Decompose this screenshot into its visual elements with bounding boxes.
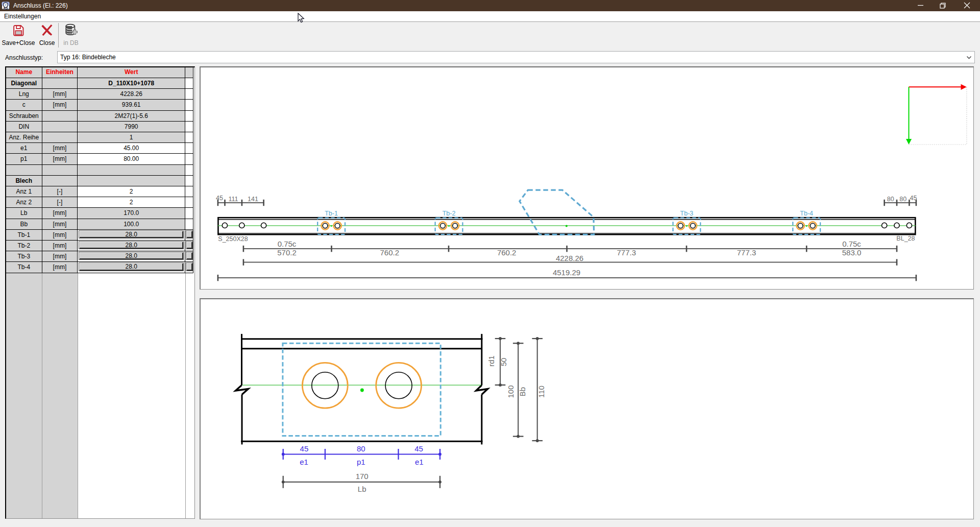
svg-text:e1: e1 <box>300 458 308 466</box>
svg-text:583.0: 583.0 <box>842 248 862 257</box>
svg-text:45: 45 <box>300 444 309 453</box>
svg-text:p1: p1 <box>357 458 365 466</box>
svg-text:4228.26: 4228.26 <box>556 254 583 262</box>
svg-text:rd1: rd1 <box>487 355 496 367</box>
svg-text:100: 100 <box>506 385 515 398</box>
svg-text:0.75c: 0.75c <box>842 239 861 248</box>
svg-text:760.2: 760.2 <box>380 248 400 257</box>
svg-text:BL_28: BL_28 <box>896 235 915 242</box>
svg-text:570.2: 570.2 <box>277 248 297 257</box>
svg-text:Tb-3: Tb-3 <box>680 210 694 217</box>
svg-text:0.75c: 0.75c <box>278 239 297 248</box>
svg-text:45: 45 <box>414 444 423 453</box>
svg-text:80: 80 <box>887 196 894 203</box>
svg-text:760.2: 760.2 <box>497 248 517 257</box>
svg-text:777.3: 777.3 <box>737 248 756 257</box>
svg-text:110: 110 <box>537 386 546 398</box>
svg-text:Lb: Lb <box>358 485 366 493</box>
svg-text:S_250X28: S_250X28 <box>218 235 248 243</box>
svg-text:111: 111 <box>228 196 238 203</box>
svg-text:Tb-2: Tb-2 <box>443 210 456 217</box>
svg-text:141: 141 <box>248 196 258 203</box>
svg-text:45: 45 <box>910 195 917 202</box>
svg-text:e1: e1 <box>415 458 424 466</box>
svg-text:Tb-1: Tb-1 <box>325 210 338 217</box>
svg-text:80: 80 <box>357 444 365 453</box>
svg-text:50: 50 <box>499 358 508 367</box>
svg-text:4519.29: 4519.29 <box>553 268 580 277</box>
svg-text:80: 80 <box>899 196 906 203</box>
svg-text:Tb-4: Tb-4 <box>800 210 813 217</box>
svg-text:777.3: 777.3 <box>617 248 636 257</box>
svg-text:AS: AS <box>3 6 8 10</box>
svg-text:45: 45 <box>216 195 223 202</box>
svg-text:Bb: Bb <box>518 387 527 396</box>
svg-text:170: 170 <box>356 472 369 481</box>
